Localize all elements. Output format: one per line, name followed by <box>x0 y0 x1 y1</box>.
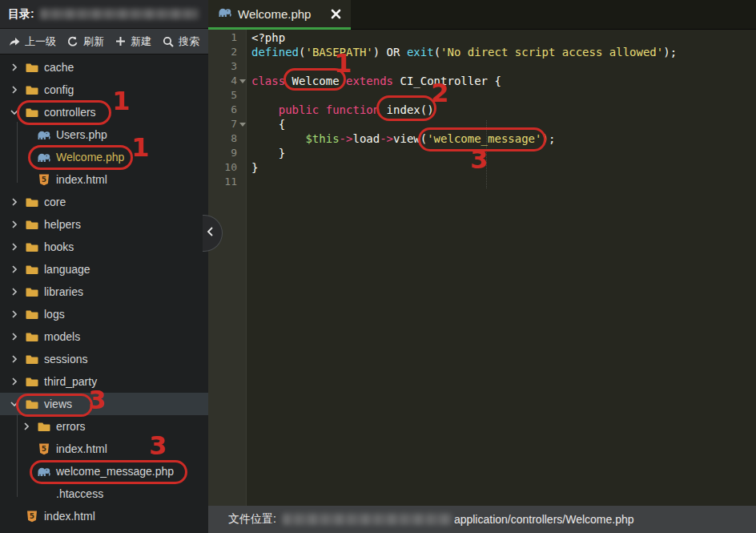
tree-item-htaccess[interactable]: .htaccess <box>0 483 208 505</box>
code-editor[interactable]: 1234567891011 <?phpdefined('BASEPATH') O… <box>208 30 756 506</box>
line-number: 2 <box>208 45 247 59</box>
tree-item-label: Welcome.php <box>56 151 124 164</box>
tree-item-label: language <box>44 263 90 276</box>
html5-icon: 5 <box>37 442 50 455</box>
code-line-6: public function index() <box>251 103 434 117</box>
chevron-spacer <box>22 130 31 139</box>
tree-item-libraries[interactable]: libraries <box>0 281 208 303</box>
html5-icon: 5 <box>37 173 50 186</box>
chevron-right-icon[interactable] <box>10 242 19 252</box>
code-line-8: $this->load->view('welcome_message'); <box>251 131 555 146</box>
tree-item-label: controllers <box>44 106 96 119</box>
up-level-button[interactable]: 上一级 <box>9 34 56 49</box>
tree-item-welcome-message-php[interactable]: welcome_message.php <box>0 460 208 483</box>
tree-indent-guide <box>17 122 18 183</box>
tree-item-sessions[interactable]: sessions <box>0 348 208 370</box>
php-icon <box>37 465 50 478</box>
chevron-right-icon[interactable] <box>22 422 31 431</box>
tree-item-views[interactable]: views <box>0 393 208 415</box>
tab-label: Welcome.php <box>238 7 311 21</box>
tree-item-helpers[interactable]: helpers <box>0 213 208 236</box>
tree-item-third-party[interactable]: third_party <box>0 370 208 393</box>
tree-item-label: helpers <box>44 218 81 231</box>
chevron-down-icon[interactable] <box>10 107 19 117</box>
chevron-down-icon[interactable] <box>10 399 19 409</box>
redacted-file-path <box>283 514 452 525</box>
refresh-icon <box>67 36 78 47</box>
tree-item-label: third_party <box>44 375 97 388</box>
fold-arrow-icon[interactable] <box>239 123 246 127</box>
code-line-2: defined('BASEPATH') OR exit('No direct s… <box>251 45 677 59</box>
line-number: 5 <box>208 88 247 103</box>
tree-item-config[interactable]: config <box>0 79 208 101</box>
chevron-right-icon[interactable] <box>10 354 19 364</box>
tree-item-users-php[interactable]: Users.php <box>0 123 208 146</box>
new-icon <box>115 36 126 46</box>
tree-item-welcome-php[interactable]: Welcome.php <box>0 146 208 168</box>
tree-item-label: config <box>44 83 74 96</box>
tree-item-index-html[interactable]: 5index.html <box>0 168 208 191</box>
tree-item-controllers[interactable]: controllers <box>0 101 208 123</box>
tree-item-core[interactable]: core <box>0 191 208 213</box>
chevron-right-icon[interactable] <box>10 377 19 386</box>
tree-item-label: libraries <box>44 285 83 298</box>
tree-item-label: errors <box>56 420 86 433</box>
chevron-spacer <box>22 466 31 476</box>
tree-item-label: index.html <box>56 442 107 455</box>
chevron-right-icon[interactable] <box>10 332 19 341</box>
gutter: 1234567891011 <box>208 30 247 506</box>
chevron-right-icon[interactable] <box>10 309 19 319</box>
code-line-4: class Welcome extends CI_Controller { <box>251 74 501 88</box>
folder-icon <box>37 420 50 433</box>
line-number: 10 <box>208 160 247 175</box>
tree-item-label: .htaccess <box>56 487 103 500</box>
code-line-9: } <box>251 146 285 160</box>
line-number: 9 <box>208 146 247 160</box>
folder-icon <box>25 196 38 208</box>
file-tree: cacheconfigcontrollersUsers.phpWelcome.p… <box>0 56 208 527</box>
redacted-directory-path <box>40 9 199 19</box>
chevron-right-icon[interactable] <box>10 287 19 297</box>
code-line-7: { <box>251 117 285 131</box>
chevron-right-icon[interactable] <box>10 63 19 72</box>
chevron-right-icon[interactable] <box>10 85 19 95</box>
indent-guide <box>486 120 487 188</box>
svg-text:5: 5 <box>41 445 46 453</box>
chevron-right-icon[interactable] <box>10 197 19 207</box>
chevron-right-icon[interactable] <box>10 220 19 229</box>
tree-item-label: models <box>44 330 80 343</box>
tab-welcome-php[interactable]: Welcome.php <box>208 0 351 30</box>
chevron-right-icon[interactable] <box>10 264 19 274</box>
new-button[interactable]: 新建 <box>115 34 151 49</box>
sidebar-toolbar: 上一级 刷新 新建 搜索 <box>0 29 208 55</box>
tab-bar: Welcome.php <box>208 0 756 30</box>
tree-item-index-html[interactable]: 5index.html <box>0 438 208 460</box>
tree-item-label: core <box>44 196 66 208</box>
code-line-10: } <box>251 160 258 175</box>
folder-icon <box>25 375 38 388</box>
folder-icon <box>25 353 38 365</box>
new-label: 新建 <box>131 34 151 49</box>
directory-header: 目录: <box>0 0 208 29</box>
search-button[interactable]: 搜索 <box>163 34 199 49</box>
tree-item-index-html[interactable]: 5index.html <box>0 505 208 527</box>
tree-item-models[interactable]: models <box>0 325 208 348</box>
tree-item-label: welcome_message.php <box>56 465 174 478</box>
tree-item-cache[interactable]: cache <box>0 56 208 79</box>
line-number: 8 <box>208 131 247 146</box>
folder-icon <box>25 398 38 410</box>
tree-item-language[interactable]: language <box>0 258 208 281</box>
tree-item-hooks[interactable]: hooks <box>0 236 208 258</box>
folder-icon <box>25 263 38 276</box>
fold-arrow-icon[interactable] <box>239 79 246 83</box>
tree-item-errors[interactable]: errors <box>0 415 208 438</box>
line-number: 1 <box>208 30 247 45</box>
folder-icon <box>25 308 38 321</box>
tree-item-label: logs <box>44 308 65 321</box>
file-path: application/controllers/Welcome.php <box>454 513 634 526</box>
tree-item-label: views <box>44 398 72 410</box>
refresh-button[interactable]: 刷新 <box>67 34 104 49</box>
tree-item-logs[interactable]: logs <box>0 303 208 325</box>
refresh-label: 刷新 <box>83 34 104 49</box>
close-icon[interactable] <box>331 9 341 19</box>
